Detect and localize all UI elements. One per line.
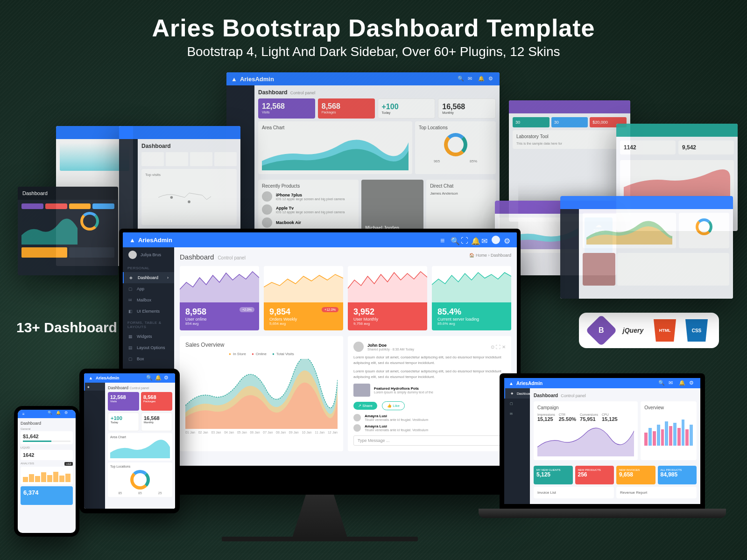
campaign-panel: Campaign Impressions15,125 CTR25.50% Con… — [534, 401, 638, 460]
sales-overview-panel: Sales Overview In Store Online Total Vis… — [180, 336, 343, 451]
sidebar-item-box[interactable]: ▢Box — [123, 353, 174, 364]
avatar-icon[interactable] — [492, 236, 500, 244]
css3-icon: CSS — [685, 319, 708, 342]
page-title: Dashboard — [180, 253, 214, 261]
sidebar-user[interactable]: Juliya Brus — [123, 247, 174, 262]
gear-icon[interactable]: ⚙ — [504, 237, 510, 243]
brand[interactable]: ▲AriesAdmin — [129, 237, 172, 244]
sidebar-item-ui[interactable]: ◧UI Elements — [123, 306, 174, 317]
bg-window-right-4 — [560, 196, 733, 299]
share-button[interactable]: ↗ Share — [353, 402, 377, 410]
post-meta: Shared publicly · 8:30 AM Today — [367, 348, 414, 351]
stat-card-user-monthly[interactable]: 3,952 User Monthly 9,758 avg — [348, 266, 427, 330]
chart-legend: In Store Online Total Visits — [185, 352, 338, 356]
overview-panel: Overview — [641, 401, 697, 460]
chart-x-axis: 01 Jan02 Jan03 Jan04 Jan05 Jan06 Jan07 J… — [185, 431, 338, 434]
jquery-icon: jQuery — [622, 319, 644, 342]
like-button[interactable]: 👍 Like — [382, 401, 405, 410]
svg-point-1 — [188, 201, 190, 203]
bg-window-dark: Dashboard — [18, 187, 118, 275]
stat-label: User online — [185, 317, 254, 322]
stat-card-server[interactable]: 85.4% Current server loading 85.6% avg — [432, 266, 511, 330]
panel-title: Sales Overview — [185, 342, 338, 348]
tech-badges: B jQuery HTML CSS — [579, 313, 719, 348]
avatar[interactable] — [353, 342, 364, 352]
sidebar[interactable]: ◈ — [84, 383, 105, 509]
page-subtitle: Control panel — [218, 255, 245, 260]
hero-title: Aries Bootstrap Dashboard Template — [0, 14, 747, 42]
sidebar[interactable]: ◈ Dashboard ▢ ✉ — [504, 388, 530, 504]
stat-sublabel: 854 avg — [185, 322, 254, 326]
stat-badge: +2.0% — [240, 307, 254, 312]
hero-subtitle: Bootstrap 4, Light And Dark Sidebar, Ove… — [0, 44, 747, 59]
sidebar-item-mailbox[interactable]: ✉Mailbox — [123, 294, 174, 306]
sidebar-section-personal: PERSONAL — [123, 262, 174, 272]
bell-icon[interactable]: 🔔 — [471, 237, 478, 243]
stat-badge: +12.0% — [322, 307, 338, 312]
post-user[interactable]: John Doe — [367, 343, 414, 348]
stat-card-orders[interactable]: +12.0% 9,854 Orders Weekly 5,654 avg — [264, 266, 343, 330]
logo-icon: ▲ — [231, 76, 237, 83]
bootstrap-icon: B — [585, 315, 617, 346]
sidebar-section-forms: FORMS, TABLE & LAYOUTS — [123, 317, 174, 331]
sidebar-item-layout[interactable]: ▤Layout Options — [123, 342, 174, 353]
breadcrumb[interactable]: 🏠 Home › Dashboard — [469, 253, 511, 261]
laptop-device: ▲AriesAdmin 🔍✉🔔⚙ ◈ Dashboard ▢ ✉ Dashboa… — [479, 373, 726, 551]
sales-chart — [185, 359, 338, 429]
fullscreen-icon[interactable]: ⛶ — [461, 237, 467, 243]
logo-icon: ▲ — [129, 237, 135, 244]
stat-card-users-online[interactable]: +2.0% 8,958 User online 854 avg — [180, 266, 259, 330]
sidebar-item-dashboard[interactable]: ◈Dashboard› — [123, 272, 174, 283]
dashboard-count-badge: 13+ Dashboard — [16, 320, 117, 336]
post-actions[interactable]: ⊙ ⛶ ✕ — [491, 344, 506, 350]
bg-window-center: ▲AriesAdmin 🔍✉🔔⚙ DashboardControl panel … — [226, 72, 500, 240]
mail-icon[interactable]: ✉ — [481, 237, 488, 243]
topbar: ▲AriesAdmin ≡ 🔍 ⛶ 🔔 ✉ ⚙ — [123, 232, 517, 247]
tablet-device: ▲AriesAdmin 🔍🔔⚙ ◈ Dashboard Control pane… — [79, 369, 180, 513]
topbar-actions[interactable]: 🔍✉🔔⚙ — [458, 76, 495, 82]
post-body: Lorem ipsum dolor sit amet, consectetur … — [353, 355, 506, 366]
html5-icon: HTML — [654, 319, 676, 342]
main-content: DashboardControl panel 🏠 Home › Dashboar… — [174, 247, 517, 466]
sidebar-item-widgets[interactable]: ▦Widgets — [123, 331, 174, 342]
phone-device: ≡ 🔍🔔⚙ Dashboard General $1,642 LIQUID 16… — [14, 406, 79, 537]
sidebar-item-app[interactable]: ▢App — [123, 283, 174, 294]
search-icon[interactable]: 🔍 — [451, 237, 457, 243]
svg-point-0 — [170, 196, 173, 199]
menu-icon[interactable]: ≡ — [440, 237, 447, 243]
